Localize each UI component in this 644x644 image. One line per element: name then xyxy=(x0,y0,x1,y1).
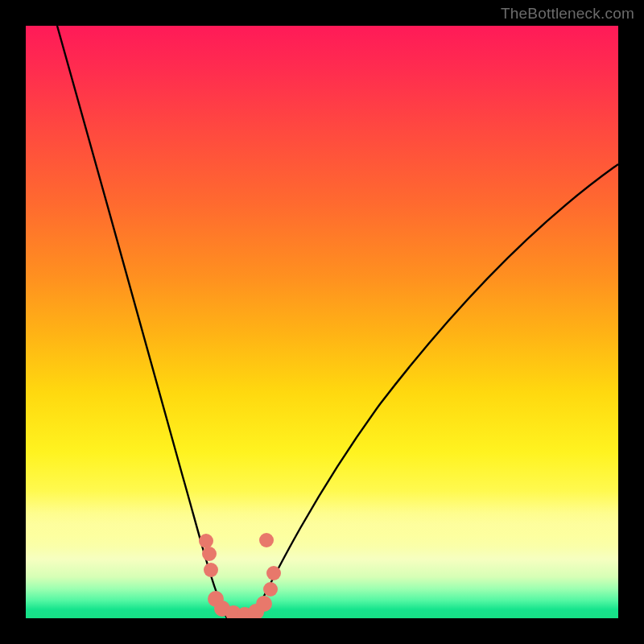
svg-point-10 xyxy=(266,566,281,580)
svg-point-1 xyxy=(202,547,217,561)
right-curve xyxy=(253,164,618,618)
chart-frame: TheBottleneck.com xyxy=(0,0,644,644)
watermark-text: TheBottleneck.com xyxy=(501,5,634,23)
curves-svg xyxy=(26,26,618,618)
left-curve xyxy=(57,26,227,618)
svg-point-11 xyxy=(259,533,274,547)
svg-point-8 xyxy=(256,596,272,612)
valley-dots xyxy=(199,533,281,618)
plot-area xyxy=(26,26,618,618)
svg-point-9 xyxy=(263,582,278,597)
svg-point-0 xyxy=(199,534,213,548)
svg-point-2 xyxy=(204,563,218,577)
